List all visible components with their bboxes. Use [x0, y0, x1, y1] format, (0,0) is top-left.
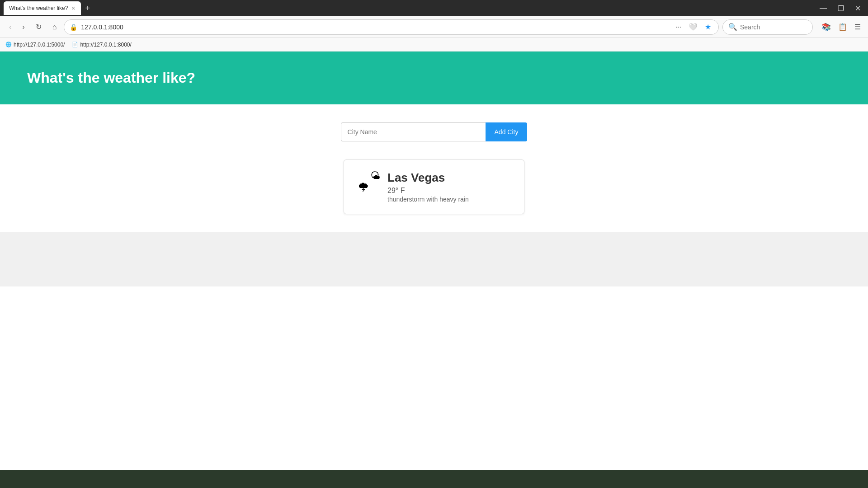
- search-input[interactable]: [740, 23, 803, 31]
- add-city-button[interactable]: Add City: [486, 122, 528, 141]
- back-button[interactable]: ‹: [5, 21, 15, 33]
- restore-button[interactable]: ❐: [834, 3, 848, 14]
- pocket-icon[interactable]: 🤍: [687, 21, 699, 33]
- nav-bar: ‹ › ↻ ⌂ 🔒 ··· 🤍 ★ 🔍 📚 📋 ☰: [0, 16, 868, 38]
- condition-display: thunderstorm with heavy rain: [387, 196, 469, 203]
- tab-close-button[interactable]: ×: [71, 5, 75, 12]
- weather-card: 🌤 🌩 Las Vegas 29° F thunderstorm with he…: [344, 160, 524, 214]
- bookmarks-bar: 🌐 http://127.0.0.1:5000/ 📄 http://127.0.…: [0, 38, 868, 52]
- browser-titlebar: What's the weather like? × + — ❐ ✕: [0, 0, 868, 16]
- more-options-icon[interactable]: ···: [674, 21, 683, 33]
- synced-tabs-icon[interactable]: 📋: [836, 21, 849, 33]
- tab-title: What's the weather like?: [9, 5, 68, 11]
- weather-icon-area: 🌤 🌩: [358, 171, 380, 193]
- close-button[interactable]: ✕: [851, 3, 864, 14]
- menu-icon[interactable]: ☰: [853, 21, 863, 33]
- bookmark-star-icon[interactable]: ★: [703, 21, 713, 33]
- active-tab[interactable]: What's the weather like? ×: [4, 1, 81, 15]
- search-box: 🔍: [722, 19, 813, 35]
- app-title: What's the weather like?: [27, 70, 841, 86]
- new-tab-button[interactable]: +: [83, 4, 93, 13]
- weather-info: Las Vegas 29° F thunderstorm with heavy …: [387, 171, 469, 203]
- city-name-input[interactable]: [341, 122, 486, 141]
- app-header: What's the weather like?: [0, 52, 868, 104]
- footer-area: [0, 232, 868, 286]
- taskbar-bottom: [0, 470, 868, 488]
- page-content: What's the weather like? Add City 🌤 🌩 La…: [0, 52, 868, 488]
- minimize-button[interactable]: —: [816, 3, 830, 13]
- bookmark-1-icon: 🌐: [5, 42, 12, 47]
- window-controls: — ❐ ✕: [816, 3, 864, 14]
- address-bar[interactable]: [81, 23, 670, 31]
- address-bar-container: 🔒 ··· 🤍 ★: [64, 19, 719, 35]
- bookmark-1[interactable]: 🌐 http://127.0.0.1:5000/: [5, 42, 65, 48]
- sidebar-icons: 📚 📋 ☰: [820, 21, 863, 33]
- bookmark-2[interactable]: 📄 http://127.0.0.1:8000/: [72, 42, 131, 48]
- bookmark-2-label: http://127.0.0.1:8000/: [80, 42, 131, 48]
- storm-icon: 🌩: [358, 182, 369, 193]
- city-name-display: Las Vegas: [387, 171, 469, 185]
- refresh-button[interactable]: ↻: [32, 21, 45, 33]
- lock-icon: 🔒: [70, 23, 77, 31]
- search-icon: 🔍: [728, 23, 737, 31]
- sun-icon: 🌤: [370, 171, 380, 181]
- forward-button[interactable]: ›: [19, 21, 28, 33]
- library-icon[interactable]: 📚: [820, 21, 833, 33]
- bookmark-2-icon: 📄: [72, 42, 78, 47]
- tab-bar: What's the weather like? × +: [4, 1, 816, 15]
- main-content: Add City 🌤 🌩 Las Vegas 29° F thunderstor…: [0, 104, 868, 232]
- home-button[interactable]: ⌂: [49, 21, 61, 33]
- bookmark-1-label: http://127.0.0.1:5000/: [14, 42, 65, 48]
- city-form: Add City: [341, 122, 528, 141]
- temperature-display: 29° F: [387, 187, 469, 195]
